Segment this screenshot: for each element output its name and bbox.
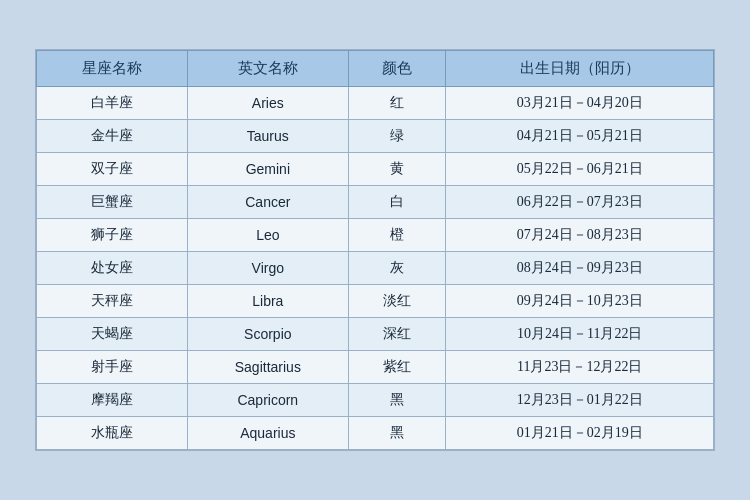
table-row: 狮子座Leo橙07月24日－08月23日 [37, 219, 714, 252]
cell-date: 09月24日－10月23日 [446, 285, 714, 318]
cell-chinese-name: 摩羯座 [37, 384, 188, 417]
table-header-row: 星座名称 英文名称 颜色 出生日期（阳历） [37, 51, 714, 87]
cell-date: 10月24日－11月22日 [446, 318, 714, 351]
header-english-name: 英文名称 [187, 51, 348, 87]
header-date: 出生日期（阳历） [446, 51, 714, 87]
cell-chinese-name: 金牛座 [37, 120, 188, 153]
cell-english-name: Sagittarius [187, 351, 348, 384]
cell-english-name: Virgo [187, 252, 348, 285]
cell-chinese-name: 处女座 [37, 252, 188, 285]
cell-color: 红 [349, 87, 446, 120]
cell-color: 深红 [349, 318, 446, 351]
cell-date: 08月24日－09月23日 [446, 252, 714, 285]
cell-chinese-name: 白羊座 [37, 87, 188, 120]
table-row: 白羊座Aries红03月21日－04月20日 [37, 87, 714, 120]
cell-chinese-name: 狮子座 [37, 219, 188, 252]
cell-color: 紫红 [349, 351, 446, 384]
cell-chinese-name: 天秤座 [37, 285, 188, 318]
cell-color: 白 [349, 186, 446, 219]
cell-color: 黑 [349, 384, 446, 417]
cell-date: 03月21日－04月20日 [446, 87, 714, 120]
cell-english-name: Leo [187, 219, 348, 252]
cell-english-name: Gemini [187, 153, 348, 186]
cell-date: 06月22日－07月23日 [446, 186, 714, 219]
cell-date: 01月21日－02月19日 [446, 417, 714, 450]
cell-date: 07月24日－08月23日 [446, 219, 714, 252]
cell-english-name: Cancer [187, 186, 348, 219]
cell-chinese-name: 射手座 [37, 351, 188, 384]
cell-color: 黑 [349, 417, 446, 450]
cell-date: 05月22日－06月21日 [446, 153, 714, 186]
cell-english-name: Aries [187, 87, 348, 120]
cell-english-name: Capricorn [187, 384, 348, 417]
table-row: 巨蟹座Cancer白06月22日－07月23日 [37, 186, 714, 219]
table-row: 摩羯座Capricorn黑12月23日－01月22日 [37, 384, 714, 417]
cell-date: 12月23日－01月22日 [446, 384, 714, 417]
cell-color: 绿 [349, 120, 446, 153]
cell-english-name: Libra [187, 285, 348, 318]
table-row: 天秤座Libra淡红09月24日－10月23日 [37, 285, 714, 318]
cell-english-name: Aquarius [187, 417, 348, 450]
cell-chinese-name: 水瓶座 [37, 417, 188, 450]
table-row: 双子座Gemini黄05月22日－06月21日 [37, 153, 714, 186]
zodiac-table-container: 星座名称 英文名称 颜色 出生日期（阳历） 白羊座Aries红03月21日－04… [35, 49, 715, 451]
table-row: 处女座Virgo灰08月24日－09月23日 [37, 252, 714, 285]
zodiac-table: 星座名称 英文名称 颜色 出生日期（阳历） 白羊座Aries红03月21日－04… [36, 50, 714, 450]
cell-color: 黄 [349, 153, 446, 186]
cell-chinese-name: 巨蟹座 [37, 186, 188, 219]
table-body: 白羊座Aries红03月21日－04月20日金牛座Taurus绿04月21日－0… [37, 87, 714, 450]
cell-date: 04月21日－05月21日 [446, 120, 714, 153]
cell-chinese-name: 双子座 [37, 153, 188, 186]
header-chinese-name: 星座名称 [37, 51, 188, 87]
cell-color: 淡红 [349, 285, 446, 318]
cell-color: 橙 [349, 219, 446, 252]
cell-english-name: Taurus [187, 120, 348, 153]
cell-date: 11月23日－12月22日 [446, 351, 714, 384]
table-row: 水瓶座Aquarius黑01月21日－02月19日 [37, 417, 714, 450]
table-row: 射手座Sagittarius紫红11月23日－12月22日 [37, 351, 714, 384]
cell-english-name: Scorpio [187, 318, 348, 351]
header-color: 颜色 [349, 51, 446, 87]
table-row: 金牛座Taurus绿04月21日－05月21日 [37, 120, 714, 153]
table-row: 天蝎座Scorpio深红10月24日－11月22日 [37, 318, 714, 351]
cell-chinese-name: 天蝎座 [37, 318, 188, 351]
cell-color: 灰 [349, 252, 446, 285]
